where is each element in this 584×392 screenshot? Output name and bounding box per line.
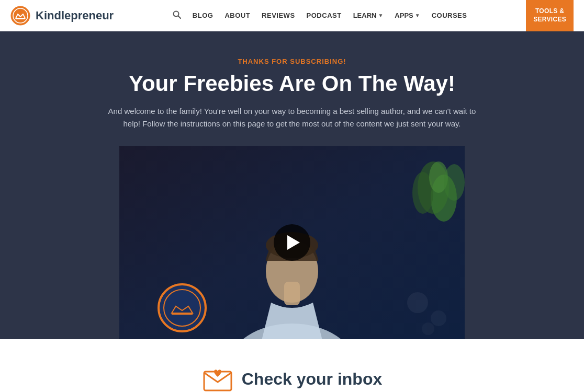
nav-courses[interactable]: COURSES [432,11,467,19]
inbox-area: Check your inbox [10,365,574,392]
envelope-icon [202,365,233,392]
play-button[interactable] [274,224,310,261]
thanks-label: THANKS FOR SUBSCRIBING! [10,57,574,65]
search-icon[interactable] [173,10,181,21]
lower-section: Check your inbox [0,339,584,392]
svg-line-5 [178,16,181,18]
svg-point-20 [444,164,465,201]
nav-apps-label: APPS [395,11,413,19]
nav-podcast[interactable]: PODCAST [307,11,342,19]
inbox-title: Check your inbox [242,370,383,389]
nav-reviews[interactable]: REVIEWS [262,11,295,19]
logo-icon [10,6,30,26]
nav-learn[interactable]: LEARN ▼ [353,11,384,19]
chevron-down-icon: ▼ [415,13,420,18]
hero-section: THANKS FOR SUBSCRIBING! Your Freebies Ar… [0,31,584,339]
main-header: Kindlepreneur BLOG ABOUT REVIEWS PODCAST… [0,0,584,31]
svg-point-0 [11,6,30,25]
tools-services-button[interactable]: TOOLS & SERVICES [526,0,574,31]
svg-point-22 [431,310,446,326]
nav-blog[interactable]: BLOG [193,11,214,19]
nav-about[interactable]: ABOUT [224,11,250,19]
svg-point-12 [159,284,206,331]
hero-title: Your Freebies Are On The Way! [10,72,574,96]
logo-area[interactable]: Kindlepreneur [10,6,114,26]
main-nav: BLOG ABOUT REVIEWS PODCAST LEARN ▼ APPS … [173,10,467,21]
hero-description: And welcome to the family! You're well o… [104,105,480,130]
svg-point-21 [407,292,428,313]
chevron-down-icon: ▼ [378,13,383,18]
video-player[interactable] [119,146,465,339]
svg-point-23 [422,322,434,335]
play-icon [287,235,300,250]
logo-text: Kindlepreneur [36,9,114,22]
nav-apps[interactable]: APPS ▼ [395,11,420,19]
nav-learn-label: LEARN [353,11,377,19]
